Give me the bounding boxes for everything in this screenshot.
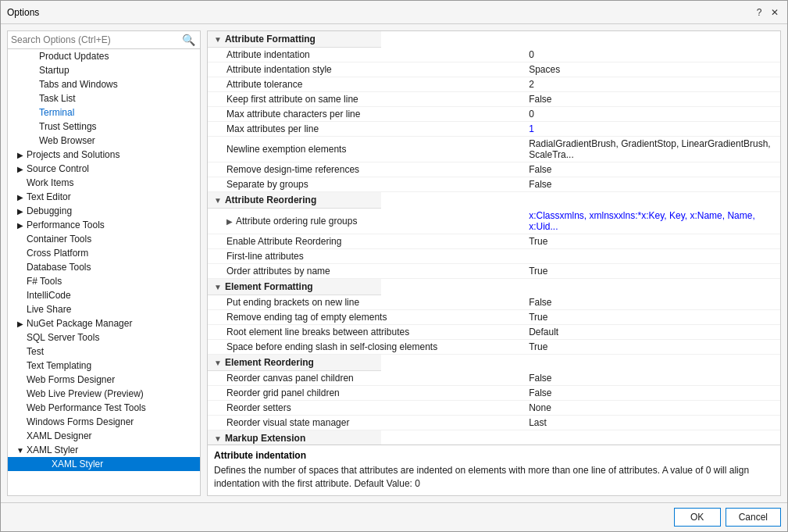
- main-area: 🔍 Product UpdatesStartupTabs and Windows…: [1, 24, 787, 502]
- option-value: True: [522, 340, 780, 355]
- expand-icon[interactable]: ▶: [14, 207, 27, 216]
- option-value: False: [522, 92, 780, 107]
- option-label: Root element line breaks between attribu…: [208, 325, 522, 340]
- option-row[interactable]: Reorder settersNone: [208, 401, 780, 416]
- option-row[interactable]: Order attributes by nameTrue: [208, 264, 780, 279]
- tree-item-projects-solutions[interactable]: ▶Projects and Solutions: [8, 148, 200, 162]
- tree-label: Terminal: [39, 107, 74, 118]
- tree-item-text-editor[interactable]: ▶Text Editor: [8, 190, 200, 204]
- cancel-button[interactable]: Cancel: [726, 508, 781, 527]
- tree-label: Text Templating: [27, 360, 91, 371]
- section-header-attribute-formatting[interactable]: ▼Attribute Formatting: [208, 31, 780, 48]
- tree-label: Tabs and Windows: [39, 79, 118, 90]
- option-row[interactable]: Max attributes per line1: [208, 122, 780, 137]
- tree-label: Task List: [39, 93, 76, 104]
- option-label: First-line attributes: [208, 249, 522, 264]
- tree-item-windows-forms-designer[interactable]: Windows Forms Designer: [8, 415, 200, 429]
- option-label: Reorder setters: [208, 401, 522, 416]
- tree-item-sql-server-tools[interactable]: SQL Server Tools: [8, 330, 200, 345]
- search-input[interactable]: [11, 34, 180, 45]
- search-icon-button[interactable]: 🔍: [180, 34, 197, 46]
- expand-icon[interactable]: ▶: [14, 221, 27, 230]
- expand-icon[interactable]: ▶: [14, 193, 27, 202]
- option-row[interactable]: Reorder grid panel childrenFalse: [208, 386, 780, 401]
- expand-icon[interactable]: ▼: [14, 446, 27, 455]
- tree-item-terminal[interactable]: Terminal: [8, 105, 200, 120]
- option-row[interactable]: Reorder canvas panel childrenFalse: [208, 371, 780, 386]
- option-row[interactable]: Separate by groupsFalse: [208, 177, 780, 192]
- tree-item-intellicode[interactable]: IntelliCode: [8, 288, 200, 302]
- option-value: 0: [522, 107, 780, 122]
- option-label: Enable Attribute Reordering: [208, 234, 522, 249]
- tree-item-test[interactable]: Test: [8, 345, 200, 359]
- tree-item-container-tools[interactable]: Container Tools: [8, 232, 200, 246]
- option-row[interactable]: Enable Attribute ReorderingTrue: [208, 234, 780, 249]
- tree-label: Product Updates: [39, 51, 109, 62]
- tree-label: Startup: [39, 65, 70, 76]
- section-header-element-formatting[interactable]: ▼Element Formatting: [208, 279, 780, 296]
- dialog-content: 🔍 Product UpdatesStartupTabs and Windows…: [1, 24, 787, 531]
- tree-item-xaml-styler-child[interactable]: XAML Styler: [8, 457, 200, 471]
- tree-item-nuget-package[interactable]: ▶NuGet Package Manager: [8, 316, 200, 330]
- option-row[interactable]: Space before ending slash in self-closin…: [208, 340, 780, 355]
- help-button[interactable]: ?: [753, 6, 765, 19]
- tree-item-trust-settings[interactable]: Trust Settings: [8, 120, 200, 134]
- tree-item-database-tools[interactable]: Database Tools: [8, 260, 200, 274]
- tree-item-xaml-styler[interactable]: ▼XAML Styler: [8, 443, 200, 457]
- section-label: Element Formatting: [225, 281, 313, 292]
- description-title: Attribute indentation: [214, 450, 774, 461]
- tree-item-web-live-preview[interactable]: Web Live Preview (Preview): [8, 387, 200, 401]
- tree-item-performance-tools[interactable]: ▶Performance Tools: [8, 218, 200, 232]
- option-row[interactable]: Remove design-time referencesFalse: [208, 162, 780, 177]
- tree-item-web-browser[interactable]: Web Browser: [8, 134, 200, 148]
- ok-button[interactable]: OK: [674, 508, 721, 527]
- tree-item-task-list[interactable]: Task List: [8, 91, 200, 105]
- close-button[interactable]: ✕: [768, 6, 781, 19]
- tree-item-live-share[interactable]: Live Share: [8, 302, 200, 316]
- section-header-element-reordering[interactable]: ▼Element Reordering: [208, 355, 780, 372]
- tree-item-tabs-windows[interactable]: Tabs and Windows: [8, 77, 200, 91]
- option-row[interactable]: Attribute tolerance2: [208, 77, 780, 92]
- option-row[interactable]: Attribute indentation0: [208, 48, 780, 62]
- collapse-icon[interactable]: ▼: [214, 359, 222, 367]
- tree-item-text-templating[interactable]: Text Templating: [8, 359, 200, 373]
- option-row[interactable]: First-line attributes: [208, 249, 780, 264]
- collapse-icon[interactable]: ▼: [214, 196, 222, 205]
- expand-icon[interactable]: ▶: [14, 151, 27, 159]
- tree-item-web-performance-test[interactable]: Web Performance Test Tools: [8, 401, 200, 415]
- option-label: Max attribute characters per line: [208, 107, 522, 122]
- option-value: False: [522, 162, 780, 177]
- expand-icon[interactable]: ▶: [14, 165, 27, 173]
- tree-label: Web Forms Designer: [27, 374, 115, 385]
- option-row[interactable]: Reorder visual state managerLast: [208, 416, 780, 430]
- option-row[interactable]: Max attribute characters per line0: [208, 107, 780, 122]
- tree-item-cross-platform[interactable]: Cross Platform: [8, 246, 200, 260]
- tree-item-xaml-designer[interactable]: XAML Designer: [8, 429, 200, 443]
- section-header-attribute-reordering[interactable]: ▼Attribute Reordering: [208, 192, 780, 209]
- option-label: Attribute indentation: [208, 48, 522, 62]
- option-row[interactable]: Keep first attribute on same lineFalse: [208, 92, 780, 107]
- option-row[interactable]: Remove ending tag of empty elementsTrue: [208, 310, 780, 325]
- tree-label: Work Items: [27, 177, 73, 188]
- collapse-icon[interactable]: ▼: [214, 434, 222, 443]
- option-row[interactable]: ▶Attribute ordering rule groupsx:Classxm…: [208, 209, 780, 234]
- tree-item-web-forms-designer[interactable]: Web Forms Designer: [8, 373, 200, 387]
- tree-item-work-items[interactable]: Work Items: [8, 176, 200, 190]
- tree-item-fsharp-tools[interactable]: F# Tools: [8, 274, 200, 288]
- option-row[interactable]: Attribute indentation styleSpaces: [208, 62, 780, 77]
- collapse-icon[interactable]: ▼: [214, 35, 222, 44]
- option-value: False: [522, 371, 780, 386]
- option-row[interactable]: Newline exemption elementsRadialGradient…: [208, 137, 780, 162]
- collapse-icon[interactable]: ▼: [214, 283, 222, 291]
- tree-label: Performance Tools: [27, 220, 105, 230]
- tree-item-startup[interactable]: Startup: [8, 63, 200, 77]
- tree-item-product-updates[interactable]: Product Updates: [8, 49, 200, 63]
- tree-item-source-control[interactable]: ▶Source Control: [8, 162, 200, 176]
- tree-label: Trust Settings: [39, 121, 97, 132]
- option-row[interactable]: Put ending brackets on new lineFalse: [208, 295, 780, 310]
- option-row[interactable]: Root element line breaks between attribu…: [208, 325, 780, 340]
- tree-item-debugging[interactable]: ▶Debugging: [8, 204, 200, 218]
- tree-label: Cross Platform: [27, 248, 88, 259]
- section-header-markup-extension[interactable]: ▼Markup Extension: [208, 430, 780, 445]
- expand-icon[interactable]: ▶: [14, 320, 27, 328]
